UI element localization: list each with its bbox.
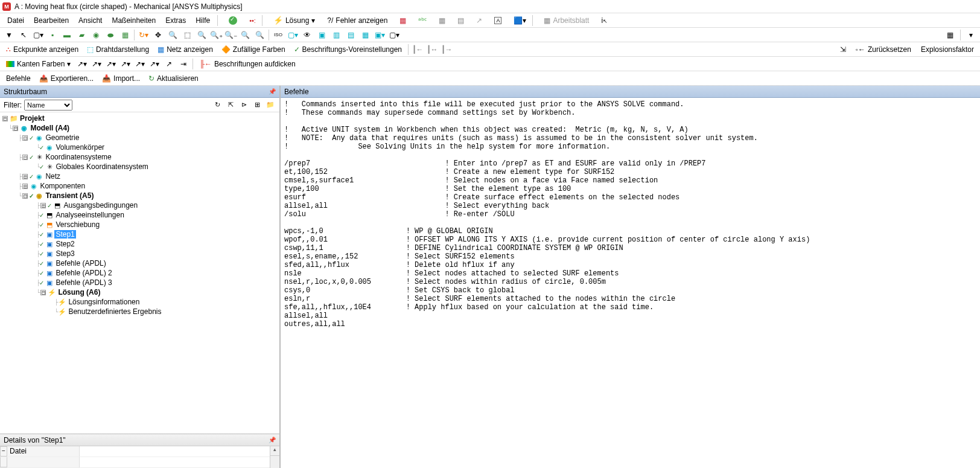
tree-volumen[interactable]: └◉Volumenkörper xyxy=(0,143,279,152)
tb1-zoomout[interactable]: 🔍₋ xyxy=(224,29,237,41)
tree-komponenten[interactable]: ├⊞◉Komponenten xyxy=(0,181,279,191)
tb3-k4[interactable]: ↗▾ xyxy=(119,58,132,70)
tree-netz[interactable]: ├⊞◉Netz xyxy=(0,171,279,181)
tb-icon3[interactable]: ▦ xyxy=(435,15,449,26)
tb3-k1[interactable]: ↗▾ xyxy=(75,58,89,70)
netz-button[interactable]: ▦ Netz anzeigen xyxy=(154,44,217,55)
tb3-k3[interactable]: ↗▾ xyxy=(104,58,118,70)
tb1-zoombox[interactable]: ⬚ xyxy=(180,29,194,41)
tb1-view4[interactable]: ▦ xyxy=(358,29,372,41)
tb1-select-arrow[interactable]: ↖ xyxy=(17,29,30,41)
check-button[interactable] xyxy=(225,15,241,26)
tree-koordsys[interactable]: ├⊟✳Koordinatensysteme xyxy=(0,152,279,162)
pin-icon[interactable]: 📌 xyxy=(269,88,276,95)
tree-ausgang[interactable]: ├⊞⬒Ausgangsbedingungen xyxy=(0,200,279,210)
export-button[interactable]: 📤 Exportieren... xyxy=(36,73,97,84)
tb3-k8[interactable]: ⇥ xyxy=(177,58,190,70)
menu-hilfe[interactable]: Hilfe xyxy=(191,14,215,27)
fehler-button[interactable]: ?/ Fehler anzeigen xyxy=(323,15,391,26)
eckpunkte-button[interactable]: ∴ Eckpunkte anzeigen xyxy=(2,44,82,55)
arbeitsblatt-button[interactable]: ▦ Arbeitsblatt xyxy=(540,15,593,26)
tree-befehle1[interactable]: ├▣Befehle (APDL) xyxy=(0,258,279,268)
tb1-right2[interactable]: ▾ xyxy=(964,29,978,41)
tb1-wire[interactable]: ▢▾ xyxy=(387,29,401,41)
tb-icon1[interactable]: ▦ xyxy=(396,15,410,26)
tb1-view5[interactable]: ▣▾ xyxy=(373,29,386,41)
details-scrollbar[interactable]: ▴ xyxy=(270,446,279,468)
details-pin-icon[interactable]: 📌 xyxy=(269,437,276,443)
tree-geometrie[interactable]: ├⊟◉Geometrie xyxy=(0,133,279,143)
tb1-zoom[interactable]: 🔍 xyxy=(166,29,179,41)
tb-icon2[interactable]: ᵃᵇᶜ xyxy=(415,15,430,26)
tb1-zoomfit[interactable]: 🔍 xyxy=(195,29,208,41)
filter-tree[interactable]: ⊳ xyxy=(238,100,249,111)
tb3-k6[interactable]: ↗▾ xyxy=(148,58,161,70)
tb2-c1[interactable]: ┃← xyxy=(411,43,424,56)
import-button[interactable]: 📥 Import... xyxy=(98,73,144,84)
menu-masseinheiten[interactable]: Maßeinheiten xyxy=(107,14,161,27)
menu-ansicht[interactable]: Ansicht xyxy=(74,14,107,27)
aktual-button[interactable]: ↻ Aktualisieren xyxy=(145,73,202,84)
tb1-iso[interactable]: ISO xyxy=(272,29,285,41)
befehle-button[interactable]: Befehle xyxy=(2,73,34,84)
tree-transient[interactable]: └⊟◉Transient (A5) xyxy=(0,191,279,200)
details-row-datei[interactable]: − Datei xyxy=(0,446,270,457)
tree-step1[interactable]: ├▣Step1 xyxy=(0,229,279,239)
farben-button[interactable]: 🔶 Zufällige Farben xyxy=(218,44,289,55)
tb1-view2[interactable]: ▥ xyxy=(329,29,343,41)
tree-loesinfo[interactable]: ├⚡Lösungsinformationen xyxy=(0,297,279,307)
tree-benutzer[interactable]: └⚡Benutzerdefiniertes Ergebnis xyxy=(0,307,279,316)
tb1-pan[interactable]: ✥ xyxy=(151,29,165,41)
tb1-node[interactable]: ⬬ xyxy=(104,29,117,41)
explosion-button[interactable]: Explosionsfaktor xyxy=(917,44,978,55)
scroll-up-icon[interactable]: ▴ xyxy=(270,446,279,456)
filter-plus[interactable]: ⊞ xyxy=(252,100,262,111)
tb1-look[interactable]: 👁 xyxy=(301,29,314,41)
menu-datei[interactable]: Datei xyxy=(2,14,29,27)
info-button[interactable]: i↖ xyxy=(597,15,611,26)
tb1-point[interactable]: ▪ xyxy=(46,29,59,41)
tb-icon5[interactable]: ↗ xyxy=(472,15,486,26)
tree-verschiebung[interactable]: ├⬒Verschiebung xyxy=(0,220,279,229)
tb1-zoomin[interactable]: 🔍₊ xyxy=(209,29,223,41)
tb1-body[interactable]: ◉ xyxy=(89,29,103,41)
tb3-k2[interactable]: ↗▾ xyxy=(90,58,103,70)
tb1-right1[interactable]: ▦ xyxy=(943,29,956,41)
beschriftung-button[interactable]: ✓ Beschriftungs-Voreinstellungen xyxy=(290,44,406,55)
tb-icon7[interactable]: 🟦▾ xyxy=(510,15,530,26)
tree-loesung[interactable]: └⊟⚡Lösung (A6) xyxy=(0,287,279,297)
tree-analyse[interactable]: ├⬒Analyseeinstellungen xyxy=(0,210,279,220)
tree-step2[interactable]: ├▣Step2 xyxy=(0,239,279,249)
filter-refresh[interactable]: ↻ xyxy=(212,100,223,111)
tb1-selzoom[interactable]: 🔍 xyxy=(253,29,266,41)
expand-toggle[interactable]: − xyxy=(0,446,7,457)
code-editor[interactable]: ! Commands inserted into this file will … xyxy=(281,98,980,468)
draht-button[interactable]: ⬚ Drahtdarstellung xyxy=(83,44,153,55)
menu-extras[interactable]: Extras xyxy=(161,14,191,27)
tb1-view1[interactable]: ▣ xyxy=(315,29,328,41)
tb1-prev[interactable]: 🔍 xyxy=(238,29,252,41)
tree-befehle3[interactable]: ├▣Befehle (APDL) 3 xyxy=(0,278,279,287)
menu-bearbeiten[interactable]: Bearbeiten xyxy=(29,14,74,27)
tb1-edge[interactable]: ▬ xyxy=(60,29,74,41)
tb2-c3[interactable]: ┃→ xyxy=(440,43,453,56)
kanten-button[interactable]: Kanten Farben ▾ xyxy=(2,59,74,69)
tb3-k5[interactable]: ↗▾ xyxy=(133,58,147,70)
tree-befehle2[interactable]: ├▣Befehle (APDL) 2 xyxy=(0,268,279,278)
tb1-filter[interactable]: ▼ xyxy=(2,29,16,41)
tb3-k7[interactable]: ↗ xyxy=(162,58,176,70)
loesung-button[interactable]: ⚡ Lösung ▾ xyxy=(270,14,319,26)
tree-view[interactable]: ⊟📁Projekt └⊟◉Modell (A4) ├⊟◉Geometrie └◉… xyxy=(0,112,279,434)
filter-expand[interactable]: ⇱ xyxy=(225,100,236,111)
tb1-rotate[interactable]: ↻▾ xyxy=(137,29,150,41)
dots-button[interactable]: ••: xyxy=(246,16,259,25)
tree-projekt[interactable]: ⊟📁Projekt xyxy=(0,114,279,123)
aufdicken-button[interactable]: ╟← Beschriftungen aufdicken xyxy=(196,59,299,69)
tb-icon6[interactable]: A xyxy=(491,16,505,25)
tb1-face[interactable]: ▰ xyxy=(75,29,88,41)
tb2-c2[interactable]: ┃↔ xyxy=(425,43,439,56)
tb1-box[interactable]: ▢▾ xyxy=(31,29,45,41)
tree-step3[interactable]: ├▣Step3 xyxy=(0,249,279,258)
filter-folder[interactable]: 📁 xyxy=(265,100,276,111)
filter-select[interactable]: Name xyxy=(24,100,72,111)
